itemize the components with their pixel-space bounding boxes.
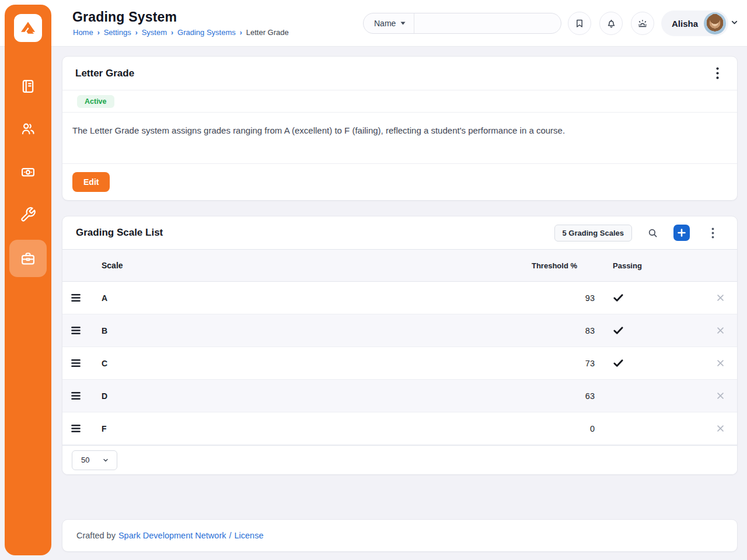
page-footer: Crafted by Spark Development Network / L… <box>62 519 738 552</box>
global-search: Name <box>363 13 561 34</box>
user-menu[interactable]: Alisha <box>661 10 728 36</box>
status-row: Active <box>62 90 737 113</box>
letter-grade-panel: Letter Grade Active The Letter Grade sys… <box>62 56 738 201</box>
user-name: Alisha <box>672 19 698 29</box>
drag-handle[interactable] <box>71 424 81 433</box>
table-row: F 0 <box>62 412 737 445</box>
breadcrumb-separator: › <box>97 29 100 37</box>
table-header-row: Scale Threshold % Passing <box>62 249 737 282</box>
breadcrumb-item: Letter Grade <box>246 28 289 37</box>
breadcrumb-separator: › <box>171 29 173 37</box>
delete-x-icon <box>717 393 724 399</box>
rock-logo-glyph <box>18 18 39 38</box>
sidebar-item-journal[interactable] <box>9 68 47 105</box>
scale-cell: A <box>90 293 478 303</box>
letter-grade-panel-header: Letter Grade <box>62 57 737 90</box>
passing-check-icon <box>613 292 624 303</box>
kebab-menu-icon <box>716 67 719 79</box>
kebab-menu-icon <box>711 228 714 239</box>
page-size-select[interactable]: 50 <box>72 450 117 470</box>
grid-header: Grading Scale List 5 Grading Scales <box>62 216 737 249</box>
grid-pagination: 50 <box>62 445 737 474</box>
grid-options-button[interactable] <box>704 225 721 241</box>
sidebar-item-finance[interactable] <box>9 153 47 191</box>
status-badge: Active <box>77 95 114 108</box>
drag-handle[interactable] <box>71 326 81 335</box>
add-grading-scale-button[interactable] <box>673 225 690 241</box>
delete-x-icon <box>717 425 724 432</box>
footer-separator: / <box>229 531 231 540</box>
drag-handle-icon <box>71 293 81 302</box>
bookmarks-button[interactable] <box>568 12 591 35</box>
main-content: Letter Grade Active The Letter Grade sys… <box>62 56 738 552</box>
threshold-column-header: Threshold % <box>478 261 595 270</box>
scale-cell: B <box>90 326 478 335</box>
search-icon <box>647 227 659 239</box>
sidebar-item-work[interactable] <box>9 240 47 277</box>
grid-title: Grading Scale List <box>76 227 163 239</box>
top-bar: Grading System Home›Settings›System›Grad… <box>0 0 747 47</box>
delete-row-button[interactable] <box>714 422 727 435</box>
table-row: C 73 <box>62 347 737 380</box>
breadcrumb: Home›Settings›System›Grading Systems›Let… <box>73 28 289 37</box>
scale-column-header: Scale <box>90 261 478 270</box>
drag-handle[interactable] <box>71 391 81 400</box>
panel-options-button[interactable] <box>709 65 725 82</box>
license-link[interactable]: License <box>235 531 264 540</box>
breadcrumb-item[interactable]: Grading Systems <box>177 28 236 37</box>
panel-actions: Edit <box>62 164 737 200</box>
panel-title: Letter Grade <box>75 68 134 79</box>
caret-down-icon <box>400 22 406 25</box>
app-window: Grading System Home›Settings›System›Grad… <box>0 0 747 560</box>
table-row: B 83 <box>62 314 737 347</box>
sidebar <box>5 5 51 555</box>
scale-cell: D <box>90 391 478 401</box>
breadcrumb-separator: › <box>135 29 138 37</box>
delete-row-button[interactable] <box>714 356 727 370</box>
journal-icon <box>20 78 36 94</box>
drag-handle-icon <box>71 424 81 433</box>
search-input[interactable] <box>414 13 561 33</box>
passing-column-header: Passing <box>595 261 703 270</box>
theme-toggle-button[interactable] <box>631 12 654 35</box>
delete-x-icon <box>717 360 724 366</box>
delete-row-button[interactable] <box>714 389 727 402</box>
breadcrumb-item[interactable]: Home <box>73 28 93 37</box>
breadcrumb-item[interactable]: System <box>142 28 167 37</box>
delete-row-button[interactable] <box>714 324 727 337</box>
plus-icon <box>678 229 686 237</box>
drag-handle[interactable] <box>71 359 81 368</box>
delete-x-icon <box>717 295 724 301</box>
chevron-down-icon[interactable] <box>730 18 739 27</box>
drag-handle[interactable] <box>71 293 81 302</box>
breadcrumb-separator: › <box>240 29 242 37</box>
threshold-cell: 93 <box>478 293 595 303</box>
search-filter-dropdown[interactable]: Name <box>364 13 414 33</box>
grid-search-button[interactable] <box>647 227 659 239</box>
breadcrumb-item[interactable]: Settings <box>104 28 131 37</box>
edit-button[interactable]: Edit <box>72 172 110 192</box>
grid-rows: A 93 B 83 <box>62 282 737 445</box>
notifications-button[interactable] <box>599 12 623 35</box>
cash-icon <box>20 164 36 180</box>
count-badge[interactable]: 5 Grading Scales <box>554 225 633 242</box>
grading-scale-list-panel: Grading Scale List 5 Grading Scales <box>62 216 738 475</box>
spark-network-link[interactable]: Spark Development Network <box>118 531 226 540</box>
delete-row-button[interactable] <box>714 291 727 304</box>
threshold-cell: 0 <box>478 424 595 433</box>
search-filter-label: Name <box>374 19 396 28</box>
rock-logo-icon[interactable] <box>14 14 42 42</box>
scale-cell: F <box>90 424 478 433</box>
briefcase-icon <box>20 250 36 267</box>
people-icon <box>20 121 36 137</box>
sidebar-item-admin-tools[interactable] <box>9 196 47 233</box>
sidebar-item-people[interactable] <box>9 110 47 148</box>
drag-handle-icon <box>71 359 81 368</box>
drag-handle-icon <box>71 326 81 335</box>
wrench-icon <box>20 206 36 223</box>
page-title: Grading System <box>72 9 177 25</box>
threshold-cell: 73 <box>478 359 595 368</box>
sun-horizon-icon <box>637 18 648 29</box>
drag-handle-icon <box>71 391 81 400</box>
threshold-cell: 83 <box>478 326 595 335</box>
